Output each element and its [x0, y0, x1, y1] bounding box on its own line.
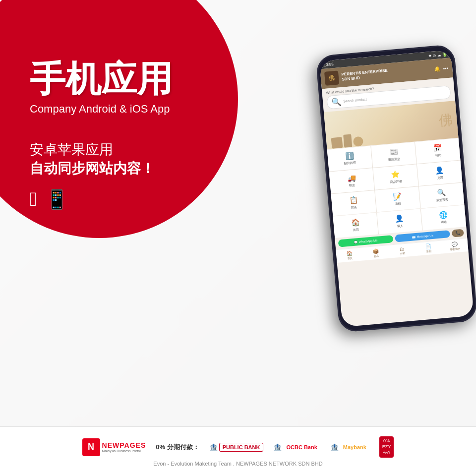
search-history-icon: 🔍 [437, 188, 446, 196]
nav-category[interactable]: 🗂 分類 [389, 245, 416, 256]
message-icon: ✉️ [412, 235, 416, 239]
search-history-label: 最近搜索 [436, 197, 448, 203]
survey-icon: 📋 [349, 196, 358, 204]
nav-contact[interactable]: 💬 聯繫我們 [441, 240, 469, 252]
category-nav-icon: 🗂 [399, 246, 405, 252]
footer-bar: N NEWPAGES Malaysia Business Portal 0% 分… [0, 426, 476, 476]
extra1-label: 首頁 [353, 228, 359, 233]
maybank-icon: 🏦 [330, 443, 339, 451]
more-icon[interactable]: ••• [443, 65, 448, 71]
category-nav-label: 分類 [400, 252, 405, 255]
menu-item-about[interactable]: ℹ️ 關於我們 [327, 146, 372, 172]
news-icon: 📰 [389, 148, 398, 156]
extra1-icon: 🏠 [351, 218, 359, 227]
menu-item-extra2[interactable]: 👤 個人 [377, 209, 422, 235]
footer-tagline: Evon - Evolution Maketing Team . NEWPAGE… [153, 461, 322, 467]
review-label: 商品評價 [390, 179, 402, 184]
status-time: 13:58 [323, 62, 334, 67]
menu-item-search-history[interactable]: 🔍 最近搜索 [419, 182, 465, 208]
zero-percent-label: 0% 分期付款： [156, 443, 199, 451]
menu-item-feedback[interactable]: 📝 反饋 [375, 186, 420, 212]
search-placeholder: Search product [343, 98, 367, 103]
banner-decoration: 佛 [438, 110, 454, 130]
extra2-icon: 👤 [395, 214, 404, 223]
newpages-text: NEWPAGES Malaysia Business Portal [102, 441, 146, 453]
product-3 [353, 136, 364, 147]
call-button[interactable]: 📞 [452, 229, 464, 238]
public-bank-label: PUBLIC BANK [219, 443, 264, 452]
message-label: Message Us [416, 234, 433, 238]
contact-nav-label: 聯繫我們 [450, 247, 460, 251]
menu-item-booking[interactable]: 📅 預約 [415, 138, 461, 164]
subtitle-english: Company Android & iOS App [30, 103, 173, 116]
survey-label: 問卷 [351, 205, 357, 210]
testimonial-label: 見證 [437, 176, 443, 180]
public-bank-icon: 🏦 [209, 443, 218, 451]
ezy-pay-pay: PAY [382, 450, 391, 456]
product-2 [343, 134, 352, 148]
about-label: 關於我們 [344, 161, 357, 166]
logistics-label: 物流 [349, 183, 356, 188]
ezy-pay-0: 0% [382, 438, 391, 444]
menu-grid: ℹ️ 關於我們 📰 最新消息 📅 預約 🚚 物流 ⭐ 商品評價 [327, 138, 465, 216]
news-nav-label: 新聞 [426, 249, 431, 253]
booking-label: 預約 [435, 153, 441, 158]
phone-screen: 13:58 ★ ⊙ ☁ 🔋 佛 PERENTIS ENTERPRISESDN B… [319, 50, 474, 327]
menu-item-testimonial[interactable]: 👤 見證 [417, 161, 463, 186]
banner-products [331, 133, 363, 149]
extra2-label: 個人 [397, 224, 403, 229]
news-label: 最新消息 [388, 157, 401, 162]
menu-item-news[interactable]: 📰 最新消息 [371, 142, 416, 168]
company-name: PERENTIS ENTERPRISESDN BHD [341, 64, 431, 82]
phone-outer: 13:58 ★ ⊙ ☁ 🔋 佛 PERENTIS ENTERPRISESDN B… [315, 44, 476, 333]
menu-item-extra1[interactable]: 🏠 首頁 [333, 213, 378, 238]
whatsapp-label: WhatsApp Me [358, 238, 377, 243]
main-title-chinese: 手机应用 [30, 60, 173, 99]
header-icons[interactable]: 🔔 ••• [434, 65, 448, 72]
nav-products[interactable]: 📦 產品 [362, 247, 390, 259]
product-1 [331, 137, 343, 149]
platform-icons-row:  📱 [30, 188, 173, 210]
products-nav-icon: 📦 [372, 248, 379, 254]
public-bank-logo: 🏦 PUBLIC BANK [209, 443, 264, 452]
products-nav-label: 產品 [373, 254, 378, 258]
android-icon: 📱 [45, 188, 68, 210]
booking-icon: 📅 [433, 144, 442, 152]
home-nav-icon: 🏠 [346, 250, 353, 256]
footer-logos: N NEWPAGES Malaysia Business Portal 0% 分… [67, 436, 409, 458]
newpages-logo: N NEWPAGES Malaysia Business Portal [82, 438, 146, 456]
desc-line2: 自动同步网站内容！ [30, 159, 173, 178]
menu-item-extra3[interactable]: 🌐 網站 [421, 205, 466, 231]
about-icon: ℹ️ [345, 151, 354, 160]
bell-icon[interactable]: 🔔 [434, 66, 440, 72]
maybank-label: Maybank [340, 443, 369, 451]
menu-item-survey[interactable]: 📋 問卷 [331, 190, 377, 216]
review-icon: ⭐ [391, 170, 400, 178]
newpages-n-box: N [82, 438, 100, 456]
app-logo: 佛 [324, 70, 339, 85]
news-nav-icon: 📄 [425, 243, 431, 249]
testimonial-icon: 👤 [435, 166, 444, 175]
menu-item-logistics[interactable]: 🚚 物流 [329, 168, 375, 194]
menu-item-review[interactable]: ⭐ 商品評價 [373, 164, 418, 190]
call-icon: 📞 [455, 231, 461, 236]
description-block: 安卓苹果应用 自动同步网站内容！  📱 [30, 140, 173, 210]
logo-text: 佛 [328, 74, 335, 83]
maybank-logo: 🏦 Maybank [330, 443, 369, 451]
ocbc-bank-logo: 🏦 OCBC Bank [273, 443, 320, 451]
nav-home[interactable]: 🏠 首頁 [336, 250, 363, 261]
ocbc-icon: 🏦 [273, 443, 282, 451]
apple-icon:  [30, 188, 37, 210]
extra3-label: 網站 [441, 220, 447, 225]
logistics-icon: 🚚 [347, 174, 356, 182]
contact-nav-icon: 💬 [451, 241, 458, 247]
phone-wrapper: 13:58 ★ ⊙ ☁ 🔋 佛 PERENTIS ENTERPRISESDN B… [315, 44, 476, 333]
status-icons: ★ ⊙ ☁ 🔋 [428, 52, 447, 58]
desc-line1: 安卓苹果应用 [30, 140, 173, 159]
ocbc-label: OCBC Bank [283, 443, 320, 451]
installment-text: 0% 分期付款： [156, 442, 199, 452]
ezy-pay-ezy: EZY [382, 444, 391, 450]
nav-news[interactable]: 📄 新聞 [415, 243, 442, 254]
left-content-block: 手机应用 Company Android & iOS App 安卓苹果应用 自动… [30, 60, 173, 210]
app-title-block: PERENTIS ENTERPRISESDN BHD [341, 64, 431, 82]
